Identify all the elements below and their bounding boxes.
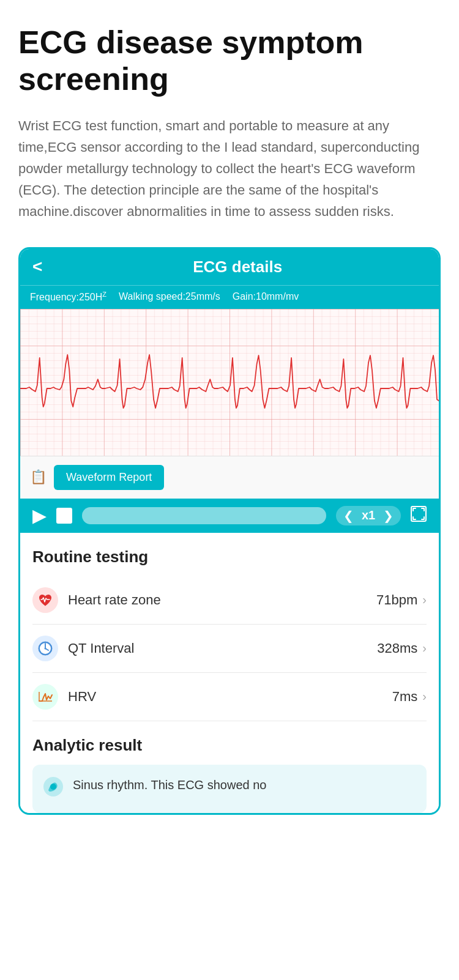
hrv-label: HRV [68,689,392,705]
hrv-icon [32,684,58,710]
svg-rect-2 [20,309,439,456]
progress-bar[interactable] [82,507,326,524]
page-description: Wrist ECG test function, smart and porta… [18,115,441,223]
ecg-device-card: < ECG details Frequency:250HZ Walking sp… [18,247,441,815]
ecg-waveform-area [20,309,439,456]
analytic-result-section: Analytic result Sinus rhythm. This ECG s… [20,721,439,813]
page-title: ECG disease symptom screening [18,24,441,98]
qt-interval-chevron: › [422,641,427,655]
qt-interval-label: QT Interval [68,640,377,656]
speed-decrease-button[interactable]: ❮ [343,508,354,523]
speed-control: ❮ x1 ❯ [336,506,401,525]
routine-testing-title: Routine testing [32,548,427,566]
frequency-label: Frequency:250HZ [30,291,106,303]
heart-rate-label: Heart rate zone [68,592,376,608]
heart-rate-row[interactable]: Heart rate zone 71bpm › [32,576,427,625]
back-button[interactable]: < [32,258,42,275]
heart-rate-chevron: › [422,593,427,607]
fullscreen-button[interactable] [411,506,427,525]
hrv-row[interactable]: HRV 7ms › [32,673,427,721]
analytic-icon [42,776,64,802]
analytic-result-card: Sinus rhythm. This ECG showed no [32,765,427,813]
routine-testing-section: Routine testing Heart rate zone 71bpm › [20,533,439,721]
speed-increase-button[interactable]: ❯ [383,508,394,523]
analytic-result-title: Analytic result [32,736,427,755]
analytic-text: Sinus rhythm. This ECG showed no [73,776,266,794]
walking-speed-label: Walking speed:25mm/s [119,291,220,302]
heart-rate-value: 71bpm [376,592,417,608]
stop-button[interactable] [56,508,72,524]
play-button[interactable]: ▶ [32,507,47,525]
qt-interval-row[interactable]: QT Interval 328ms › [32,625,427,673]
svg-point-8 [45,647,47,649]
qt-interval-value: 328ms [377,640,417,656]
heart-rate-icon [32,587,58,613]
hrv-chevron: › [422,689,427,703]
report-icon: 📋 [30,469,47,485]
gain-label: Gain:10mm/mv [233,291,299,302]
svg-point-12 [50,784,56,790]
ecg-info-bar: Frequency:250HZ Walking speed:25mm/s Gai… [20,285,439,309]
hrv-value: 7ms [392,689,418,705]
waveform-report-button[interactable]: Waveform Report [54,465,164,490]
ecg-header: < ECG details [20,249,439,285]
speed-value: x1 [360,508,377,522]
qt-interval-icon [32,636,58,661]
playback-bar: ▶ ❮ x1 ❯ [20,499,439,533]
ecg-controls-bar: 📋 Waveform Report [20,456,439,499]
ecg-header-title: ECG details [48,258,427,277]
